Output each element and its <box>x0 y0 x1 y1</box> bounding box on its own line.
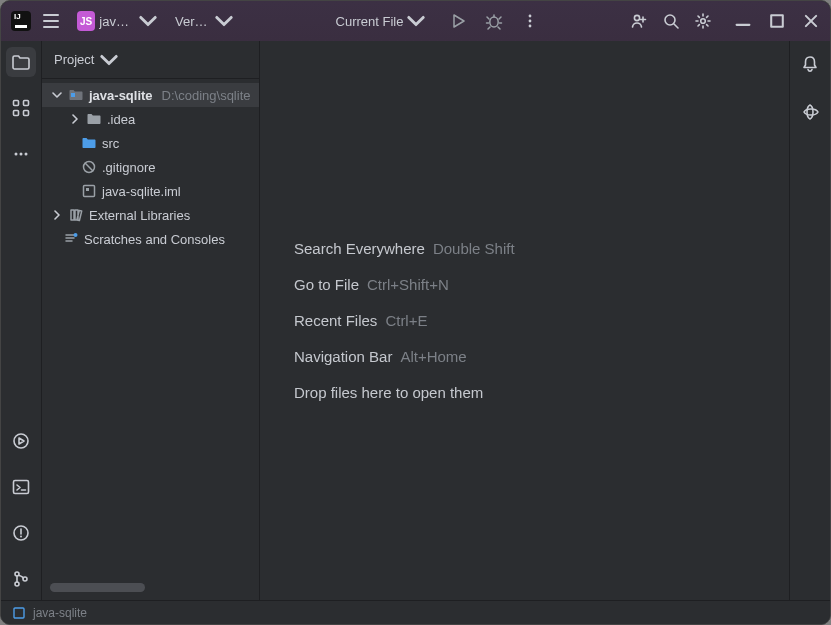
svg-point-6 <box>701 19 706 24</box>
app-logo[interactable] <box>11 11 31 31</box>
vcs-label: Versi... <box>175 14 211 29</box>
project-panel: Project java-sqlite D:\coding\sqlite <box>42 41 260 600</box>
titlebar: JS java-... Versi... Current File <box>1 1 830 41</box>
module-file-icon <box>81 183 97 199</box>
minimize-button[interactable] <box>734 12 752 30</box>
settings-button[interactable] <box>694 12 712 30</box>
tree-item-external-libraries[interactable]: External Libraries <box>42 203 259 227</box>
project-tree[interactable]: java-sqlite D:\coding\sqlite .idea src <box>42 79 259 600</box>
project-panel-header[interactable]: Project <box>42 41 259 79</box>
source-folder-icon <box>81 135 97 151</box>
maximize-button[interactable] <box>768 12 786 30</box>
hint-drop-files: Drop files here to open them <box>294 375 789 411</box>
more-tools-button[interactable] <box>6 139 36 169</box>
hint-recent-files[interactable]: Recent FilesCtrl+E <box>294 303 789 339</box>
chevron-down-icon <box>407 12 425 30</box>
status-module-label[interactable]: java-sqlite <box>33 606 87 620</box>
library-icon <box>68 207 84 223</box>
project-name: java-... <box>99 14 135 29</box>
tree-root-label: java-sqlite <box>89 88 153 103</box>
chevron-down-icon <box>100 51 118 69</box>
left-tool-stripe <box>1 41 42 600</box>
svg-point-12 <box>15 153 18 156</box>
welcome-hints: Search EverywhereDouble Shift Go to File… <box>260 231 789 411</box>
vcs-selector[interactable]: Versi... <box>169 8 239 34</box>
debug-button[interactable] <box>485 12 503 30</box>
project-selector[interactable]: JS java-... <box>71 7 163 35</box>
tree-item-label: .gitignore <box>102 160 155 175</box>
search-button[interactable] <box>662 12 680 30</box>
terminal-tool-button[interactable] <box>6 472 36 502</box>
chevron-down-icon[interactable] <box>51 89 63 101</box>
svg-point-15 <box>14 434 28 448</box>
tree-item-gitignore[interactable]: .gitignore <box>42 155 259 179</box>
editor-area[interactable]: Search EverywhereDouble Shift Go to File… <box>260 41 789 600</box>
svg-rect-10 <box>24 101 29 106</box>
tree-root-path: D:\coding\sqlite <box>162 88 251 103</box>
tree-item-label: .idea <box>107 112 135 127</box>
more-actions-button[interactable] <box>521 12 539 30</box>
hint-navigation-bar[interactable]: Navigation BarAlt+Home <box>294 339 789 375</box>
svg-rect-7 <box>771 15 783 27</box>
svg-point-13 <box>20 153 23 156</box>
chevron-right-icon[interactable] <box>51 209 63 221</box>
horizontal-scrollbar[interactable] <box>50 583 145 592</box>
chevron-down-icon <box>139 12 157 30</box>
svg-point-14 <box>25 153 28 156</box>
tree-root[interactable]: java-sqlite D:\coding\sqlite <box>42 83 259 107</box>
svg-point-2 <box>529 20 532 23</box>
hint-go-to-file[interactable]: Go to FileCtrl+Shift+N <box>294 267 789 303</box>
svg-point-26 <box>74 233 78 237</box>
svg-rect-9 <box>14 111 19 116</box>
svg-rect-25 <box>86 188 89 191</box>
tree-item-iml[interactable]: java-sqlite.iml <box>42 179 259 203</box>
tree-item-scratches[interactable]: Scratches and Consoles <box>42 227 259 251</box>
svg-point-3 <box>529 25 532 28</box>
svg-rect-16 <box>14 481 29 494</box>
svg-point-18 <box>20 536 22 538</box>
svg-rect-11 <box>24 111 29 116</box>
svg-rect-27 <box>14 608 24 618</box>
tree-item-label: External Libraries <box>89 208 190 223</box>
svg-rect-22 <box>71 93 75 97</box>
ide-body: Project java-sqlite D:\coding\sqlite <box>1 41 830 600</box>
svg-rect-8 <box>14 101 19 106</box>
tree-item-label: src <box>102 136 119 151</box>
hint-search-everywhere[interactable]: Search EverywhereDouble Shift <box>294 231 789 267</box>
svg-point-0 <box>490 17 498 27</box>
tree-item-label: java-sqlite.iml <box>102 184 181 199</box>
module-icon <box>68 87 84 103</box>
project-panel-title: Project <box>54 52 94 67</box>
problems-tool-button[interactable] <box>6 518 36 548</box>
code-with-me-button[interactable] <box>630 12 648 30</box>
run-config-selector[interactable]: Current File <box>330 8 432 34</box>
language-chip: JS <box>77 11 95 31</box>
right-tool-stripe <box>789 41 830 600</box>
folder-icon <box>86 111 102 127</box>
notifications-button[interactable] <box>795 49 825 79</box>
tree-item-src[interactable]: src <box>42 131 259 155</box>
gitignore-icon <box>81 159 97 175</box>
run-config-label: Current File <box>336 14 404 29</box>
services-tool-button[interactable] <box>6 426 36 456</box>
run-button[interactable] <box>449 12 467 30</box>
main-menu-button[interactable] <box>37 10 65 32</box>
module-icon <box>11 605 27 621</box>
status-bar: java-sqlite <box>1 600 830 624</box>
chevron-down-icon <box>215 12 233 30</box>
project-tool-button[interactable] <box>6 47 36 77</box>
close-button[interactable] <box>802 12 820 30</box>
structure-tool-button[interactable] <box>6 93 36 123</box>
ai-assistant-button[interactable] <box>795 97 825 127</box>
svg-point-1 <box>529 15 532 18</box>
vcs-tool-button[interactable] <box>6 564 36 594</box>
tree-item-label: Scratches and Consoles <box>84 232 225 247</box>
chevron-right-icon[interactable] <box>69 113 81 125</box>
svg-point-4 <box>634 15 639 20</box>
scratches-icon <box>63 231 79 247</box>
tree-item-idea[interactable]: .idea <box>42 107 259 131</box>
ide-window: JS java-... Versi... Current File <box>0 0 831 625</box>
